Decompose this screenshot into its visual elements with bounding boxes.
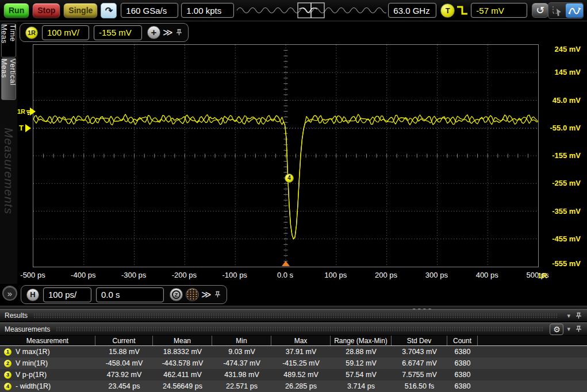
timebase-scale-field[interactable]: 100 ps/	[43, 287, 91, 302]
pointer-mode-group	[548, 2, 584, 19]
undo-icon[interactable]: ↺	[532, 3, 548, 18]
pin-icon[interactable]	[575, 325, 582, 333]
cell-mean: 24.56649 ps	[153, 381, 212, 392]
column-header-range-max-min-[interactable]: Range (Max-Min)	[331, 336, 392, 345]
tab-vertical-meas[interactable]: Vertical Meas	[1, 58, 16, 100]
touch-mode-icon[interactable]: ↷	[101, 3, 117, 18]
column-header-max[interactable]: Max	[271, 336, 331, 345]
chevrons-expand-icon[interactable]: ≫	[201, 289, 210, 301]
y-axis-label: -255 mV	[539, 179, 581, 187]
y-axis-label: -555 mV	[539, 259, 581, 268]
tab-time-meas[interactable]: Time Meas	[1, 24, 16, 57]
table-row[interactable]: 3V p-p(1R)473.92 mV462.411 mV431.98 mV48…	[0, 369, 587, 381]
timebase-position-field[interactable]: 0.0 s	[96, 287, 164, 302]
results-panel-header[interactable]: Results ▾	[0, 309, 587, 322]
pin-icon[interactable]	[575, 312, 582, 320]
vertical-offset-field[interactable]: -155 mV	[94, 25, 142, 40]
measurement-name-cell: 2V min(1R)	[0, 358, 95, 369]
move-waveform-icon[interactable]	[566, 3, 583, 18]
chevrons-expand-icon[interactable]: ≫	[163, 26, 172, 39]
table-row[interactable]: 4- width(1R)23.454 ps24.56649 ps22.571 p…	[0, 381, 587, 392]
cell-count: 6380	[447, 346, 478, 358]
cell-empty	[478, 346, 587, 358]
cell-mean: 18.8332 mV	[153, 346, 212, 358]
cell-std_dev: 6.6747 mV	[392, 358, 447, 369]
measurements-title: Measurements	[5, 325, 50, 333]
column-header-std-dev[interactable]: Std Dev	[392, 336, 447, 345]
cell-range: 3.714 ps	[331, 381, 392, 392]
measurements-panel-header[interactable]: Measurements ⚙ ▾	[0, 322, 587, 336]
run-button[interactable]: Run	[3, 3, 29, 18]
y-axis-label: 45.0 mV	[539, 96, 581, 105]
horizontal-row: » H 100 ps/ 0.0 s Z ≫	[0, 284, 587, 306]
column-header-mean[interactable]: Mean	[153, 336, 212, 345]
cell-max: 489.52 mV	[271, 369, 331, 381]
table-row[interactable]: 1V max(1R)15.88 mV18.8332 mV9.03 mV37.91…	[0, 346, 587, 358]
measurement-number-badge: 3	[4, 371, 11, 379]
results-title: Results	[5, 312, 28, 320]
waveform-plot[interactable]	[33, 44, 539, 267]
column-header-current[interactable]: Current	[95, 336, 153, 345]
column-header-measurement[interactable]: Measurement	[0, 336, 95, 345]
cell-std_dev: 516.50 fs	[392, 381, 447, 392]
channel-1r-badge[interactable]: 1R	[25, 26, 38, 39]
trigger-time-marker[interactable]	[282, 261, 290, 266]
measurement-name: - width(1R)	[16, 382, 51, 390]
column-header-count[interactable]: Count	[447, 336, 478, 345]
x-axis-label: -100 ps	[212, 271, 258, 279]
cell-mean: -443.578 mV	[153, 358, 212, 369]
y-axis-label: 145 mV	[539, 68, 581, 76]
bandwidth-field[interactable]: 63.0 GHz	[388, 3, 436, 18]
cell-min: 22.571 ps	[212, 381, 271, 392]
measurements-table: MeasurementCurrentMeanMinMaxRange (Max-M…	[0, 336, 587, 392]
x-axis-label: 200 ps	[363, 271, 409, 279]
stop-button[interactable]: Stop	[32, 3, 60, 18]
measurement-name-cell: 3V p-p(1R)	[0, 369, 95, 381]
memory-depth-field[interactable]: 1.00 kpts	[181, 3, 234, 18]
single-button[interactable]: Single	[63, 3, 98, 18]
cell-current: 473.92 mV	[95, 369, 153, 381]
vertical-scale-field[interactable]: 100 mV/	[42, 25, 89, 40]
cell-current: -458.04 mV	[95, 358, 153, 369]
acquisition-window-icon[interactable]	[236, 2, 386, 19]
gear-icon[interactable]: ⚙	[550, 324, 563, 335]
cell-range: 28.88 mV	[331, 346, 392, 358]
cell-count: 6380	[447, 381, 478, 392]
x-axis-label: 400 ps	[464, 271, 510, 279]
x-axis-label: 0.0 s	[262, 271, 308, 279]
cell-count: 6380	[447, 369, 478, 381]
pin-icon[interactable]	[214, 291, 221, 298]
cell-empty	[478, 369, 587, 381]
table-row[interactable]: 2V min(1R)-458.04 mV-443.578 mV-474.37 m…	[0, 358, 587, 369]
trigger-level-marker[interactable]: T	[19, 124, 31, 132]
trigger-level-field[interactable]: -57 mV	[471, 3, 527, 18]
zoom-icon[interactable]: Z	[170, 288, 183, 301]
column-header-min[interactable]: Min	[212, 336, 271, 345]
measurement-number-badge: 1	[4, 348, 11, 356]
x-axis-label: -200 ps	[161, 271, 207, 279]
sample-rate-field[interactable]: 160 GSa/s	[121, 3, 178, 18]
add-channel-icon[interactable]: +	[147, 26, 160, 39]
cell-current: 23.454 ps	[95, 381, 153, 392]
collapse-arrow-icon[interactable]: ▾	[567, 312, 570, 320]
zoom-select-icon[interactable]	[548, 3, 566, 19]
y-axis-label: -455 mV	[539, 235, 581, 243]
sidebar-expand-icon[interactable]: »	[2, 286, 17, 301]
cell-std_dev: 7.5755 mV	[392, 369, 447, 381]
measurement-name-cell: 1V max(1R)	[0, 346, 95, 358]
ground-reference-marker[interactable]: 1R	[17, 107, 36, 116]
width-measurement-marker[interactable]: 4	[285, 174, 294, 183]
x-axis-label: 300 ps	[413, 271, 459, 279]
y-axis-label: -155 mV	[539, 151, 581, 160]
trigger-setup-button[interactable]: T	[440, 3, 455, 18]
cell-empty	[478, 358, 587, 369]
pin-icon[interactable]	[175, 29, 183, 36]
markers-icon[interactable]	[186, 288, 199, 301]
cell-empty	[478, 381, 587, 392]
measurement-number-badge: 2	[4, 360, 11, 367]
cell-count: 6380	[447, 358, 478, 369]
horizontal-button[interactable]: H	[26, 289, 39, 301]
cell-range: 59.12 mV	[331, 358, 392, 369]
column-header-empty[interactable]	[478, 336, 587, 345]
collapse-arrow-icon[interactable]: ▾	[567, 325, 570, 333]
